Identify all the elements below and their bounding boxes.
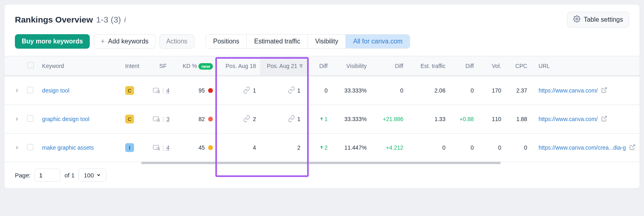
svg-point-0	[576, 18, 578, 20]
url-link[interactable]: https://www.canva.com/	[539, 87, 598, 94]
row-checkbox[interactable]	[27, 144, 33, 150]
page-label: Page:	[15, 172, 31, 179]
arrow-up-icon	[320, 116, 324, 122]
table-wrapper: Keyword Intent SF KD % new Pos. Aug 18 P…	[4, 56, 640, 162]
keyword-link[interactable]: design tool	[42, 87, 70, 94]
visibility-cell: 33.333%	[332, 105, 374, 134]
col-pos-aug18[interactable]: Pos. Aug 18	[217, 56, 260, 76]
intent-badge: C	[125, 115, 134, 123]
keyword-link[interactable]: graphic design tool	[42, 116, 90, 122]
col-url[interactable]: URL	[531, 56, 640, 76]
url-link[interactable]: https://www.canva.com/crea...dia-g	[539, 144, 626, 151]
col-pos-aug21[interactable]: Pos. Aug 21	[260, 56, 308, 76]
tab-positions[interactable]: Positions	[206, 35, 247, 48]
info-icon[interactable]: i	[124, 16, 126, 24]
gear-icon	[573, 15, 580, 24]
buy-keywords-button[interactable]: Buy more keywords	[15, 34, 90, 49]
vol-cell: 0	[478, 134, 505, 162]
page-input[interactable]	[35, 169, 60, 182]
expand-row[interactable]	[15, 87, 19, 94]
visibility-cell: 33.333%	[332, 76, 374, 105]
pos2-label: Pos. Aug 21	[267, 63, 297, 69]
external-link-icon[interactable]	[629, 144, 636, 152]
plus-icon: +	[101, 38, 105, 45]
vol-cell: 170	[478, 76, 505, 105]
kd-label: KD %	[183, 63, 197, 69]
cpc-cell: 2.37	[505, 76, 531, 105]
pos1-cell: 2	[217, 105, 260, 134]
cpc-cell: 0	[505, 134, 531, 162]
est-cell: 1.33	[407, 105, 450, 134]
tab-estimated-traffic[interactable]: Estimated traffic	[247, 35, 308, 48]
cpc-cell: 1.88	[505, 105, 531, 134]
serp-features[interactable]: |3	[153, 116, 173, 122]
pos1-label: Pos. Aug 18	[226, 63, 256, 69]
table-row: design tool C |4 95 1 1 0 33.333% 0 2.06…	[4, 76, 640, 105]
sort-icon	[299, 63, 303, 69]
col-sf[interactable]: SF	[149, 56, 177, 76]
new-badge: new	[198, 63, 213, 70]
diff1-cell: 1	[308, 105, 332, 134]
link-icon	[243, 86, 250, 95]
pos1-cell: 4	[217, 134, 260, 162]
col-cpc[interactable]: CPC	[505, 56, 531, 76]
diff2-cell: 0	[374, 76, 407, 105]
col-diff3[interactable]: Diff	[450, 56, 478, 76]
kd-dot	[208, 145, 213, 150]
expand-row[interactable]	[15, 144, 19, 151]
diff1-cell: 2	[308, 134, 332, 162]
arrow-up-icon	[320, 144, 324, 151]
tab-all-for-canva-com[interactable]: All for canva.com	[346, 35, 410, 48]
link-icon	[288, 86, 295, 95]
col-est[interactable]: Est. traffic	[407, 56, 450, 76]
title-text: Rankings Overview	[15, 15, 93, 25]
vol-cell: 110	[478, 105, 505, 134]
col-keyword[interactable]: Keyword	[38, 56, 121, 76]
page-of-label: of 1	[64, 172, 74, 179]
expand-row[interactable]	[15, 116, 19, 122]
toolbar: Buy more keywords + Add keywords Actions…	[4, 33, 640, 56]
serp-features[interactable]: |4	[153, 87, 173, 94]
intent-badge: C	[125, 86, 134, 95]
intent-badge: I	[125, 143, 134, 152]
row-checkbox[interactable]	[27, 115, 33, 122]
page-title: Rankings Overview 1-3 (3) i	[15, 15, 126, 25]
col-visibility[interactable]: Visibility	[332, 56, 374, 76]
panel-header: Rankings Overview 1-3 (3) i Table settin…	[4, 4, 640, 33]
actions-button[interactable]: Actions	[159, 34, 194, 49]
col-kd[interactable]: KD % new	[177, 56, 217, 76]
tab-visibility[interactable]: Visibility	[308, 35, 346, 48]
table-row: graphic design tool C |3 82 2 1 1 33.333…	[4, 105, 640, 134]
col-diff2[interactable]: Diff	[374, 56, 407, 76]
kd-cell: 95	[181, 87, 213, 94]
col-vol[interactable]: Vol.	[478, 56, 505, 76]
table-row: make graphic assets I |4 45 4 2 2 11.447…	[4, 134, 640, 162]
pos2-cell: 1	[260, 105, 308, 134]
metric-tabs: PositionsEstimated trafficVisibilityAll …	[206, 34, 411, 49]
link-icon	[243, 115, 250, 123]
diff2-cell: +4.212	[374, 134, 407, 162]
serp-features[interactable]: |4	[153, 144, 173, 151]
chevron-down-icon	[96, 172, 101, 179]
row-checkbox[interactable]	[27, 87, 33, 93]
col-check-all[interactable]	[23, 56, 38, 76]
est-cell: 0	[407, 134, 450, 162]
link-icon	[288, 115, 295, 123]
keyword-link[interactable]: make graphic assets	[42, 144, 94, 151]
table-settings-button[interactable]: Table settings	[567, 12, 629, 28]
col-intent[interactable]: Intent	[121, 56, 149, 76]
pos2-cell: 2	[260, 134, 308, 162]
horizontal-scrollbar[interactable]	[141, 162, 501, 164]
page-size-select[interactable]: 100	[78, 169, 106, 182]
kd-cell: 45	[181, 144, 213, 151]
visibility-cell: 11.447%	[332, 134, 374, 162]
add-keywords-button[interactable]: + Add keywords	[94, 34, 155, 49]
url-link[interactable]: https://www.canva.com/	[539, 116, 598, 122]
settings-label: Table settings	[584, 16, 623, 23]
diff3-cell: 0	[450, 76, 478, 105]
est-cell: 2.06	[407, 76, 450, 105]
pager: Page: of 1 100	[4, 162, 640, 188]
external-link-icon[interactable]	[601, 87, 607, 95]
col-diff1[interactable]: Diff	[308, 56, 332, 76]
external-link-icon[interactable]	[601, 115, 607, 123]
